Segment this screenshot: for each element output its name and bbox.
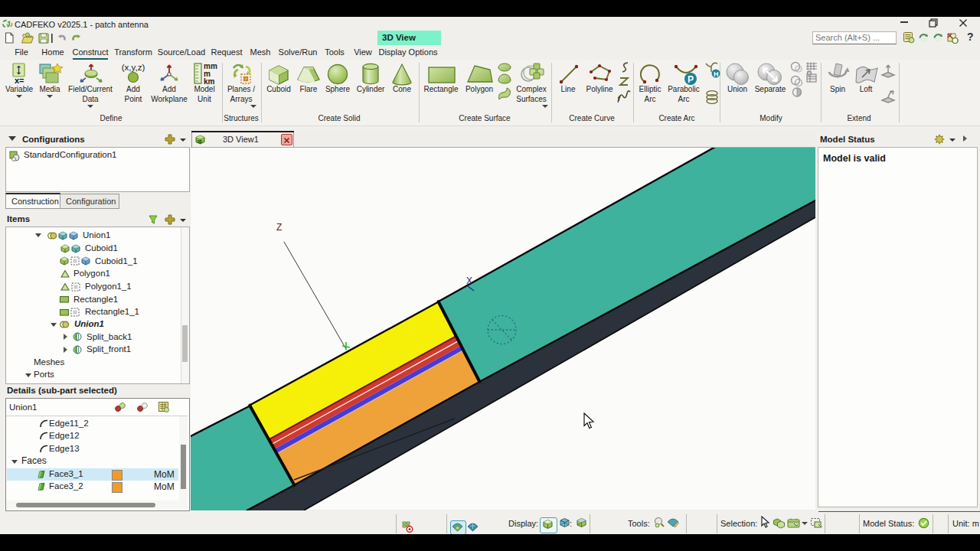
svg-text:Z: Z	[276, 222, 282, 233]
svg-text:P: P	[688, 74, 694, 85]
svg-text:H: H	[714, 70, 719, 78]
svg-text:X: X	[466, 276, 472, 286]
svg-text:x=: x=	[15, 76, 24, 84]
svg-text:3D: 3D	[197, 139, 202, 144]
svg-text:km: km	[204, 77, 215, 85]
